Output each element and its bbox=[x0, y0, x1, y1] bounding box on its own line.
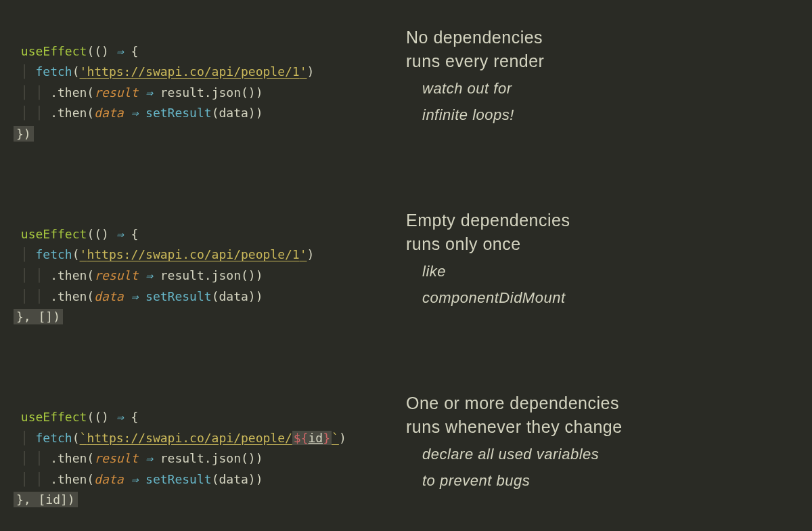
code-block-1: useEffect(() ⇒ { │ fetch('https://swapi.… bbox=[14, 20, 392, 145]
explain-line: runs whenever they change bbox=[406, 415, 792, 439]
explanation-2: Empty dependencies runs only once like c… bbox=[406, 203, 792, 309]
closing-token: }, [id]) bbox=[14, 492, 78, 507]
explain-sub: watch out for bbox=[406, 79, 792, 100]
explain-sub: to prevent bugs bbox=[406, 471, 792, 492]
explain-line: runs every render bbox=[406, 49, 792, 73]
closing-token: }, []) bbox=[14, 309, 63, 324]
explain-sub: infinite loops! bbox=[406, 105, 792, 126]
explanation-3: One or more dependencies runs whenever t… bbox=[406, 386, 792, 492]
example-row-1: useEffect(() ⇒ { │ fetch('https://swapi.… bbox=[14, 20, 792, 145]
explanation-1: No dependencies runs every render watch … bbox=[406, 20, 792, 126]
closing-token: }) bbox=[14, 126, 34, 142]
example-row-3: useEffect(() ⇒ { │ fetch(`https://swapi.… bbox=[14, 386, 792, 511]
explain-line: No dependencies bbox=[406, 26, 792, 49]
explain-line: runs only once bbox=[406, 232, 792, 256]
url-string: https://swapi.co/api/people/1 bbox=[87, 64, 299, 79]
explain-sub: componentDidMount bbox=[406, 288, 792, 309]
url-string: https://swapi.co/api/people/ bbox=[87, 431, 292, 445]
explain-sub: declare all used variables bbox=[406, 444, 792, 465]
explain-line: Empty dependencies bbox=[406, 209, 792, 232]
code-block-3: useEffect(() ⇒ { │ fetch(`https://swapi.… bbox=[14, 386, 392, 511]
url-string: https://swapi.co/api/people/1 bbox=[87, 247, 299, 261]
token-fn: useEffect bbox=[21, 44, 87, 58]
explain-sub: like bbox=[406, 261, 792, 282]
explain-line: One or more dependencies bbox=[406, 391, 792, 415]
code-block-2: useEffect(() ⇒ { │ fetch('https://swapi.… bbox=[14, 203, 392, 328]
example-row-2: useEffect(() ⇒ { │ fetch('https://swapi.… bbox=[14, 203, 792, 328]
